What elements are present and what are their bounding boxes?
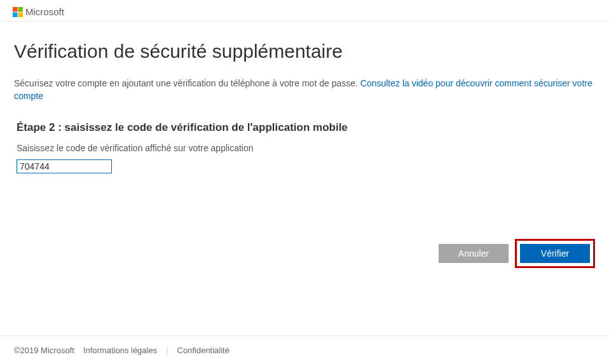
step-title: Étape 2 : saisissez le code de vérificat… — [17, 121, 595, 134]
content: Vérification de sécurité supplémentaire … — [0, 22, 609, 173]
footer-divider — [0, 335, 609, 336]
verification-code-input[interactable] — [17, 159, 112, 173]
footer-copyright: ©2019 Microsoft — [14, 346, 74, 355]
brand-label: Microsoft — [25, 6, 64, 17]
verify-highlight: Vérifier — [515, 239, 595, 268]
svg-rect-1 — [18, 7, 24, 12]
action-buttons: Annuler Vérifier — [439, 239, 595, 268]
intro-text: Sécurisez votre compte en ajoutant une v… — [14, 78, 595, 102]
verify-button[interactable]: Vérifier — [520, 244, 590, 263]
svg-rect-2 — [13, 12, 18, 17]
intro-prefix: Sécurisez votre compte en ajoutant une v… — [14, 78, 360, 88]
footer-privacy-link[interactable]: Confidentialité — [177, 346, 229, 355]
step-instruction: Saisissez le code de vérification affich… — [17, 143, 595, 153]
header: Microsoft — [0, 0, 609, 22]
svg-rect-3 — [18, 12, 24, 17]
svg-rect-0 — [13, 7, 18, 12]
footer-legal-link[interactable]: Informations légales — [83, 346, 157, 355]
footer: ©2019 Microsoft Informations légales | C… — [14, 339, 229, 355]
microsoft-logo-icon — [13, 7, 23, 17]
page-title: Vérification de sécurité supplémentaire — [14, 41, 595, 62]
footer-separator: | — [166, 346, 168, 355]
cancel-button[interactable]: Annuler — [439, 244, 509, 263]
